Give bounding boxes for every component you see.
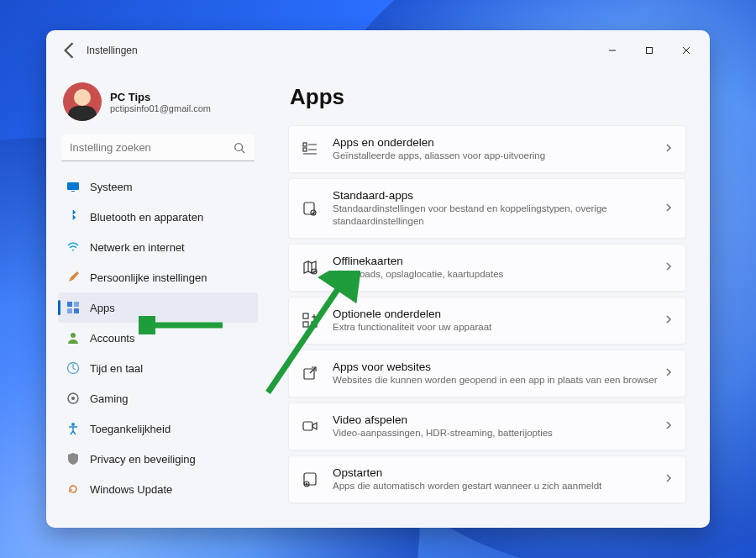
map-icon <box>301 258 319 276</box>
card-subtitle: Downloads, opslaglocatie, kaartupdates <box>333 268 664 281</box>
card-title: Opstarten <box>333 466 664 479</box>
list-icon <box>301 140 319 158</box>
card-title: Video afspelen <box>333 413 664 426</box>
chevron-right-icon <box>664 313 674 328</box>
sidebar-item-label: Tijd en taal <box>90 362 143 375</box>
search-button[interactable] <box>228 134 251 161</box>
chevron-right-icon <box>664 418 674 434</box>
avatar <box>63 82 102 121</box>
svg-rect-17 <box>303 143 307 146</box>
profile-block[interactable]: PC Tips pctipsinfo01@gmail.com <box>58 74 258 133</box>
settings-window: Instellingen PC Tips pctipsinfo01@gmail.… <box>46 30 710 528</box>
chevron-right-icon <box>664 366 674 381</box>
svg-rect-30 <box>312 322 317 327</box>
minimize-icon <box>608 46 617 55</box>
person-icon <box>66 331 80 345</box>
card-title: Standaard-apps <box>333 189 664 202</box>
sidebar-item-time-language[interactable]: Tijd en taal <box>58 353 258 383</box>
svg-point-16 <box>71 423 75 426</box>
sidebar-item-accounts[interactable]: Accounts <box>58 323 258 353</box>
minimize-button[interactable] <box>594 38 631 63</box>
chevron-right-icon <box>664 141 674 156</box>
sidebar-item-accessibility[interactable]: Toegankelijkheid <box>58 413 258 444</box>
card-optional-features[interactable]: Optionele onderdelen Extra functionalite… <box>288 297 686 345</box>
video-icon <box>301 417 319 435</box>
svg-rect-18 <box>303 148 307 151</box>
card-subtitle: Extra functionaliteit voor uw apparaat <box>333 321 664 334</box>
svg-rect-8 <box>67 302 72 307</box>
sidebar-item-personalization[interactable]: Persoonlijke instellingen <box>58 262 258 292</box>
sidebar: PC Tips pctipsinfo01@gmail.com Systeem B… <box>46 71 265 528</box>
svg-rect-35 <box>303 422 312 430</box>
update-icon <box>66 482 80 496</box>
svg-rect-6 <box>67 182 79 190</box>
close-button[interactable] <box>668 38 705 63</box>
accessibility-icon <box>66 422 80 435</box>
card-startup[interactable]: Opstarten Apps die automatisch worden ge… <box>288 455 686 503</box>
svg-rect-11 <box>74 308 79 313</box>
bluetooth-icon <box>66 210 80 224</box>
card-title: Optionele onderdelen <box>333 308 664 320</box>
svg-point-4 <box>235 144 243 151</box>
default-icon <box>301 199 319 218</box>
card-subtitle: Websites die kunnen worden geopend in ee… <box>333 374 664 387</box>
back-button[interactable] <box>58 39 81 62</box>
sidebar-item-label: Systeem <box>90 181 133 193</box>
card-title: Apps en onderdelen <box>333 136 664 149</box>
brush-icon <box>66 271 80 284</box>
sidebar-item-label: Gaming <box>90 392 129 405</box>
svg-point-15 <box>71 397 75 400</box>
svg-rect-28 <box>303 313 308 318</box>
svg-line-34 <box>310 367 316 373</box>
chevron-right-icon <box>664 471 674 487</box>
open-external-icon <box>301 364 319 382</box>
card-subtitle: Video-aanpassingen, HDR-streaming, batte… <box>333 427 664 440</box>
sidebar-item-label: Privacy en beveiliging <box>90 453 196 466</box>
svg-rect-9 <box>74 302 79 307</box>
sidebar-item-privacy[interactable]: Privacy en beveiliging <box>58 444 258 474</box>
system-icon <box>66 180 80 193</box>
maximize-button[interactable] <box>631 38 668 63</box>
sidebar-item-system[interactable]: Systeem <box>58 171 258 202</box>
search-icon <box>234 142 245 154</box>
sidebar-item-network[interactable]: Netwerk en internet <box>58 232 258 262</box>
maximize-icon <box>645 46 654 55</box>
card-default-apps[interactable]: Standaard-apps Standaardinstellingen voo… <box>288 178 686 239</box>
chevron-right-icon <box>664 201 674 216</box>
sidebar-item-apps[interactable]: Apps <box>58 292 258 323</box>
sidebar-item-bluetooth[interactable]: Bluetooth en apparaten <box>58 202 258 232</box>
sidebar-item-label: Toegankelijkheid <box>90 423 171 435</box>
sidebar-item-label: Apps <box>90 302 115 314</box>
svg-rect-7 <box>71 191 75 192</box>
card-video-playback[interactable]: Video afspelen Video-aanpassingen, HDR-s… <box>288 403 686 450</box>
card-title: Apps voor websites <box>333 361 664 373</box>
card-offline-maps[interactable]: Offlinekaarten Downloads, opslaglocatie,… <box>288 244 686 292</box>
sidebar-item-label: Netwerk en internet <box>90 241 185 254</box>
close-icon <box>682 46 690 55</box>
svg-rect-1 <box>647 48 653 54</box>
startup-icon <box>301 470 319 488</box>
sidebar-item-gaming[interactable]: Gaming <box>58 383 258 413</box>
page-title: Apps <box>290 84 686 110</box>
search-wrap <box>61 134 255 161</box>
search-input[interactable] <box>61 134 255 161</box>
card-title: Offlinekaarten <box>333 255 664 267</box>
card-subtitle: Apps die automatisch worden gestart wann… <box>333 480 664 492</box>
card-apps-for-websites[interactable]: Apps voor websites Websites die kunnen w… <box>288 350 686 397</box>
svg-point-12 <box>71 333 76 338</box>
clock-globe-icon <box>66 361 80 375</box>
titlebar: Instellingen <box>46 30 710 71</box>
profile-email: pctipsinfo01@gmail.com <box>110 103 211 113</box>
main-content: Apps Apps en onderdelen Geïnstalleerde a… <box>265 71 710 528</box>
card-subtitle: Standaardinstellingen voor bestand en ko… <box>333 203 664 228</box>
apps-icon <box>66 301 80 314</box>
wifi-icon <box>66 240 80 254</box>
card-apps-features[interactable]: Apps en onderdelen Geïnstalleerde apps, … <box>288 125 686 173</box>
profile-name: PC Tips <box>110 91 211 103</box>
components-plus-icon <box>301 311 319 329</box>
sidebar-item-label: Windows Update <box>90 483 172 496</box>
card-subtitle: Geïnstalleerde apps, aliassen voor app-u… <box>333 150 664 162</box>
shield-icon <box>66 452 80 466</box>
chevron-right-icon <box>664 260 674 275</box>
sidebar-item-windows-update[interactable]: Windows Update <box>58 474 258 504</box>
